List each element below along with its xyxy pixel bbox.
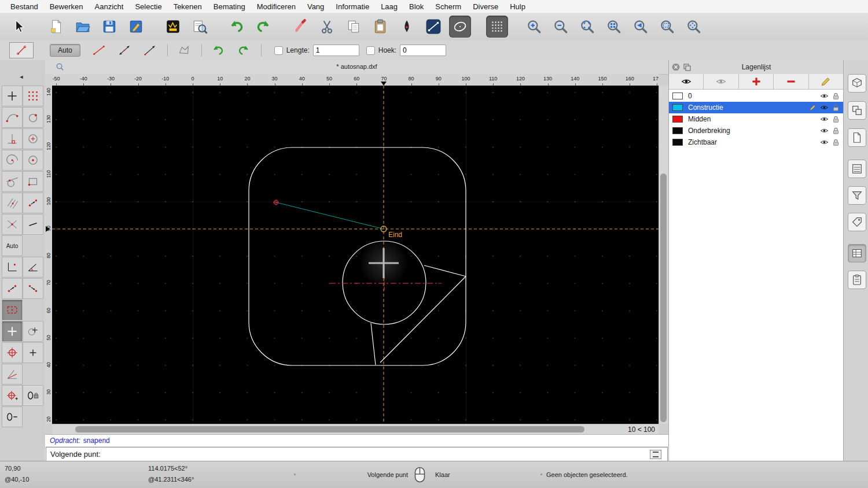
lengte-checkbox[interactable]	[274, 46, 283, 55]
remove-layer-button[interactable]	[774, 74, 808, 90]
zoom-redraw-button[interactable]	[603, 16, 625, 38]
menu-tekenen[interactable]: Tekenen	[168, 2, 208, 11]
snap-order-button[interactable]	[23, 193, 43, 213]
dock-panel-blocks-button[interactable]	[848, 101, 866, 120]
redo-step-button[interactable]	[233, 42, 254, 58]
dock-panel-filter-button[interactable]	[848, 186, 866, 205]
menu-bestand[interactable]: Bestand	[5, 2, 44, 11]
dock-panel-page-button[interactable]	[848, 128, 866, 147]
snap-reference-point-button[interactable]	[23, 171, 43, 192]
menu-hulp[interactable]: Hulp	[504, 2, 531, 11]
cut-button[interactable]	[316, 16, 338, 38]
menu-modificeren[interactable]: Modificeren	[251, 2, 301, 11]
snap-perpendicular-button[interactable]	[2, 128, 23, 149]
menu-blok[interactable]: Blok	[403, 2, 429, 11]
dock-panel-library-button[interactable]	[848, 74, 866, 93]
layer-row-onderbreking[interactable]: Onderbreking	[669, 125, 844, 136]
edit-document-button[interactable]	[125, 16, 147, 38]
layer-lock-icon[interactable]	[830, 93, 841, 100]
command-dock-icon[interactable]	[650, 450, 661, 459]
paste-button[interactable]	[369, 16, 391, 38]
snap-endpoints-button[interactable]	[2, 107, 23, 128]
snap-auto-button[interactable]: Auto	[2, 235, 23, 256]
snap-manual-button[interactable]	[23, 214, 43, 235]
show-all-layers-button[interactable]	[669, 74, 704, 90]
menu-selectie[interactable]: Selectie	[129, 2, 167, 11]
pen-attributes-button[interactable]	[396, 16, 418, 38]
horizontal-scrollbar[interactable]	[52, 424, 625, 434]
edit-layer-button[interactable]	[809, 74, 844, 90]
menu-vang[interactable]: Vang	[301, 2, 330, 11]
layer-edit-pen-icon[interactable]	[807, 104, 818, 111]
snap-middle-button[interactable]	[2, 193, 23, 213]
menu-laag[interactable]: Laag	[375, 2, 403, 11]
layer-lock-icon[interactable]	[830, 104, 841, 112]
undo-button[interactable]	[226, 16, 248, 38]
line-arrow-button[interactable]	[139, 42, 160, 58]
relative-zero-lock-button[interactable]	[23, 385, 43, 406]
vertical-scrollbar[interactable]	[659, 86, 668, 424]
menu-diverse[interactable]: Diverse	[467, 2, 504, 11]
redo-button[interactable]	[252, 16, 274, 38]
layer-visibility-eye-icon[interactable]	[818, 104, 830, 111]
save-file-button[interactable]	[98, 16, 120, 38]
menu-scherm[interactable]: Scherm	[429, 2, 467, 11]
vertical-scrollbar-thumb[interactable]	[660, 173, 667, 422]
layer-lock-icon[interactable]	[830, 127, 841, 135]
snap-angle-button[interactable]	[2, 364, 23, 385]
layer-visibility-eye-icon[interactable]	[818, 93, 830, 99]
snap-intersection-manual-button[interactable]	[23, 321, 43, 342]
line-attributes-button[interactable]	[422, 16, 444, 38]
copy-button[interactable]	[343, 16, 365, 38]
snap-grid-points-button[interactable]	[23, 86, 43, 106]
dock-panel-list-button[interactable]	[848, 160, 866, 178]
menu-aanzicht[interactable]: Aanzicht	[89, 2, 130, 11]
zoom-previous-button[interactable]	[630, 16, 652, 38]
relative-zero-button[interactable]	[2, 406, 23, 427]
horizontal-scrollbar-thumb[interactable]	[75, 426, 584, 432]
drawing-canvas[interactable]: Eind	[52, 86, 659, 424]
snap-tangent-button[interactable]	[2, 171, 23, 192]
lengte-input[interactable]	[313, 45, 359, 56]
zoom-auto-button[interactable]	[576, 16, 598, 38]
layer-row-0[interactable]: 0	[669, 90, 844, 102]
dock-panel-table-button[interactable]	[848, 244, 866, 263]
snap-circle-center-button[interactable]	[23, 150, 43, 171]
snap-plus-button[interactable]	[23, 342, 43, 363]
layer-lock-icon[interactable]	[830, 116, 841, 123]
hide-all-layers-button[interactable]	[704, 74, 738, 90]
pointer-tool-button[interactable]	[8, 16, 30, 38]
layer-row-constructie[interactable]: Constructie	[669, 102, 844, 113]
coord-polar-button[interactable]	[23, 257, 43, 278]
coord-cartesian-button[interactable]	[2, 257, 23, 278]
new-file-button[interactable]	[45, 16, 67, 38]
zoom-pan-button[interactable]	[683, 16, 705, 38]
svg-export-button[interactable]	[162, 16, 184, 38]
snap-center-button[interactable]	[23, 128, 43, 149]
seq-reverse-button[interactable]	[23, 278, 43, 299]
menu-bemating[interactable]: Bemating	[208, 2, 251, 11]
zoom-out-button[interactable]	[550, 16, 572, 38]
snap-intersection-button[interactable]	[2, 214, 23, 235]
restrict-none-button[interactable]	[2, 321, 23, 342]
print-preview-button[interactable]	[189, 16, 211, 38]
hoek-checkbox[interactable]	[366, 46, 375, 55]
layer-visibility-eye-icon[interactable]	[818, 139, 830, 146]
command-prompt-input[interactable]: Volgende punt:	[46, 447, 668, 461]
add-layer-button[interactable]	[739, 74, 774, 90]
auto-dropdown-button[interactable]: Auto	[50, 44, 80, 57]
hoek-input[interactable]	[400, 45, 446, 56]
undo-step-button[interactable]	[208, 42, 229, 58]
zoom-window-button[interactable]	[656, 16, 678, 38]
seq-forward-button[interactable]	[2, 278, 23, 299]
layer-lock-icon[interactable]	[830, 139, 841, 146]
open-file-button[interactable]	[72, 16, 94, 38]
dock-panel-clipboard-button[interactable]	[848, 271, 866, 289]
dock-panel-tag-button[interactable]	[848, 213, 866, 231]
line-bidirectional-button[interactable]	[114, 42, 135, 58]
layer-visibility-eye-icon[interactable]	[818, 116, 830, 123]
polyline-tool-button[interactable]	[174, 42, 194, 58]
zoom-in-button[interactable]	[523, 16, 545, 38]
palette-collapse-button[interactable]: ◄	[12, 73, 31, 81]
snap-on-entity-button[interactable]	[23, 107, 43, 128]
